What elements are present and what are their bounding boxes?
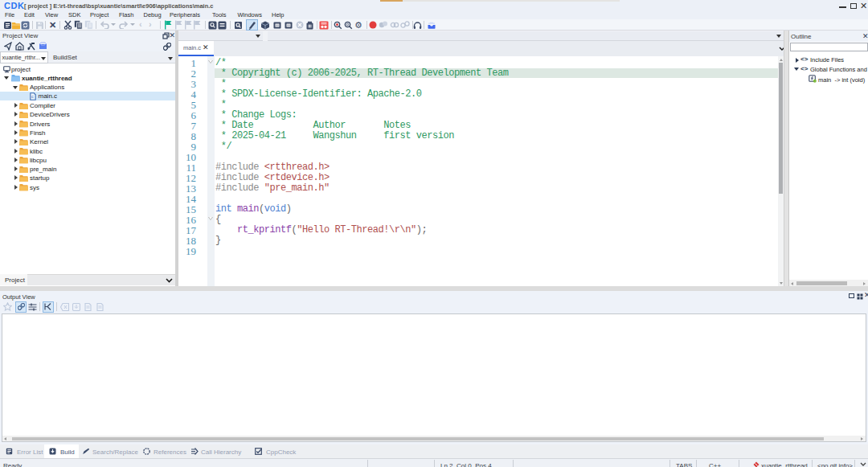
svg-text:c: c — [31, 94, 34, 99]
